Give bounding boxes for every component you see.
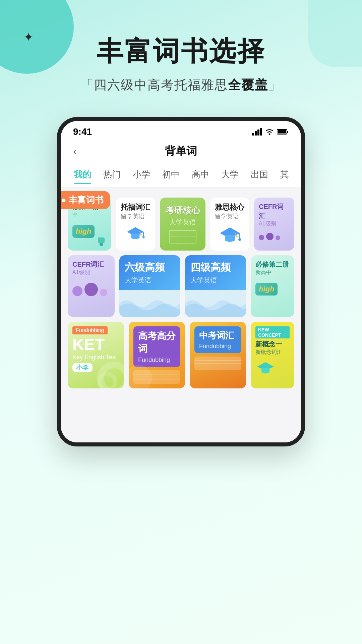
rich-badge-container: ● 丰富词书: [61, 191, 110, 209]
card-title: 新概念一: [255, 340, 290, 349]
card-title: CEFR词汇: [72, 260, 110, 269]
status-bar: 9:41: [61, 121, 301, 137]
svg-rect-2: [257, 129, 259, 136]
new-concept-badge: NEW CONCEPT: [255, 326, 290, 338]
svg-point-19: [236, 235, 238, 237]
card-gaokao[interactable]: 高考高分词 Fundubbing: [129, 322, 185, 388]
card-bixiu-right[interactable]: 必修第二册 新高中 high: [251, 255, 294, 317]
card-title: 四级高频: [190, 261, 241, 274]
card-liuji[interactable]: 六级高频 大学英语: [119, 255, 180, 317]
card-sub: 留学英语: [121, 212, 150, 220]
card-ket-sub: Key English Test: [72, 354, 119, 361]
card-sub: 大学英语: [190, 276, 241, 285]
card-wave-area-2: [185, 290, 246, 317]
svg-rect-6: [287, 131, 288, 133]
tab-elementary[interactable]: 小学: [127, 165, 156, 184]
graduation-cap-icon-2: [217, 226, 243, 246]
card-sub: 大学英语: [125, 276, 175, 285]
card-gaokao-sub: Fundubbing: [138, 357, 176, 364]
card-ket[interactable]: Fundubbing KET Key English Test 小学: [68, 322, 124, 388]
card-title: 雅思核心: [215, 202, 245, 212]
tab-more[interactable]: 其: [274, 165, 295, 184]
card-featured-sub: 大学英语: [169, 218, 196, 227]
card-zhongkao-stripe: [194, 357, 241, 370]
card-ket-title: KET: [72, 336, 119, 353]
phone-mockup: 9:41: [57, 117, 305, 446]
back-button[interactable]: ‹: [73, 146, 76, 157]
grad-cap-teal: [255, 361, 290, 379]
tab-university[interactable]: 大学: [215, 165, 245, 184]
rich-badge: ● 丰富词书: [61, 191, 110, 209]
card-title: CEFR词汇: [259, 202, 290, 220]
svg-rect-3: [260, 128, 262, 136]
signal-icon: [252, 128, 262, 136]
app-header: ‹ 背单词: [61, 137, 301, 162]
card-sub: 新概念词汇: [255, 349, 290, 356]
svg-rect-1: [255, 131, 257, 136]
card-sub: A1级别: [72, 269, 110, 276]
card-title: 必修第二册: [255, 260, 290, 269]
books-row-3: Fundubbing KET Key English Test 小学 高考高分词…: [68, 322, 294, 388]
card-zhongkao-inner: 中考词汇 Fundubbing: [194, 326, 241, 353]
purple-dots: [259, 233, 290, 240]
wifi-icon: [265, 128, 274, 136]
top-section: ✦ 丰富词书选择 「四六级中高考托福雅思全覆盖」: [0, 0, 362, 107]
card-gaokao-inner: 高考高分词 Fundubbing: [133, 326, 180, 367]
status-icons: [252, 128, 289, 136]
tab-middle[interactable]: 初中: [156, 165, 186, 184]
svg-point-14: [140, 234, 142, 235]
card-zhongkao[interactable]: 中考词汇 Fundubbing: [190, 322, 246, 388]
status-time: 9:41: [73, 126, 92, 137]
card-sub: 新高中: [255, 269, 290, 276]
category-tabs: 我的 热门 小学 初中 高中 大学 出国 其: [61, 162, 301, 187]
graduation-cap-icon: [124, 226, 147, 243]
card-cefr-partial-right[interactable]: CEFR词汇 A1级别: [254, 198, 294, 251]
app-title: 背单词: [165, 144, 197, 159]
card-sub: A1级别: [259, 220, 290, 227]
main-title: 丰富词书选择: [20, 34, 342, 70]
card-gaokao-title: 高考高分词: [138, 330, 176, 355]
card-title: 六级高频: [125, 261, 175, 274]
phone-container: 9:41: [0, 117, 362, 446]
sub-title-strong: 全覆盖: [228, 78, 268, 92]
tab-mine[interactable]: 我的: [68, 165, 97, 184]
svg-rect-8: [100, 243, 103, 246]
svg-point-4: [269, 133, 270, 135]
fundubbing-badge: Fundubbing: [72, 326, 108, 334]
board-stand-icon: [95, 236, 108, 246]
card-wave-area: [119, 290, 180, 317]
card-sub: 留学英语: [215, 212, 245, 220]
tab-abroad[interactable]: 出国: [245, 165, 274, 184]
purple-orbs: [72, 283, 110, 296]
svg-point-12: [142, 236, 145, 238]
sub-title-suffix: 」: [268, 78, 282, 92]
card-title: 托福词汇: [121, 202, 150, 212]
tab-high[interactable]: 高中: [186, 165, 215, 184]
battery-icon: [277, 128, 289, 135]
svg-rect-9: [98, 237, 105, 243]
card-sub: 中: [72, 211, 107, 218]
svg-rect-0: [252, 133, 254, 136]
svg-point-17: [238, 238, 241, 241]
card-cefr2-partial-left[interactable]: CEFR词汇 A1级别: [68, 255, 115, 317]
card-xingainian-right[interactable]: NEW CONCEPT 新概念一 新概念词汇: [251, 322, 294, 388]
card-ielts[interactable]: 雅思核心 留学英语: [210, 198, 249, 251]
high-board-2: high: [255, 283, 290, 296]
card-toefl[interactable]: 托福词汇 留学英语: [116, 198, 155, 251]
books-area: ● 丰富词书 修第二册 中 high: [61, 187, 301, 442]
sub-title: 「四六级中高考托福雅思全覆盖」: [20, 76, 342, 94]
card-siji[interactable]: 四级高频 大学英语: [185, 255, 246, 317]
tab-hot[interactable]: 热门: [97, 165, 127, 184]
card-kaoyan[interactable]: 考研核心 大学英语: [160, 198, 206, 251]
card-zhongkao-sub: Fundubbing: [199, 343, 237, 350]
sub-title-prefix: 「四六级中高考托福雅思: [80, 78, 228, 92]
books-row-2: CEFR词汇 A1级别 六级高频 大学英语: [68, 255, 294, 317]
card-featured-title: 考研核心: [165, 205, 200, 216]
svg-rect-7: [278, 130, 286, 133]
card-zhongkao-title: 中考词汇: [199, 330, 237, 341]
sparkle-icon: ✦: [23, 30, 34, 44]
card-gaokao-stripe: [133, 370, 180, 384]
